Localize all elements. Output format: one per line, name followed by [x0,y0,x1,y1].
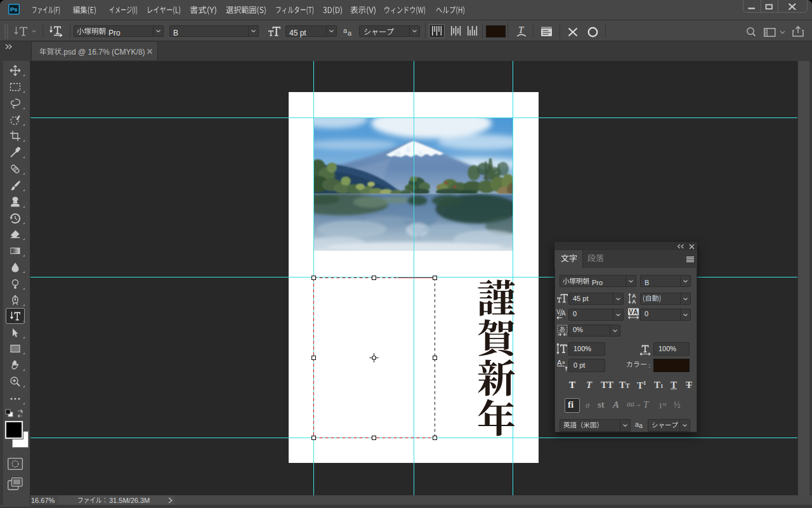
svg-text:A: A [633,309,638,316]
svg-text:a: a [348,29,352,36]
svg-text:A: A [557,359,562,366]
svg-text:T: T [518,25,525,35]
svg-text:Ps: Ps [10,6,18,13]
svg-text:a: a [562,359,565,365]
svg-text:V: V [629,309,633,316]
svg-text:A: A [632,298,636,304]
svg-text:a: a [343,27,348,34]
